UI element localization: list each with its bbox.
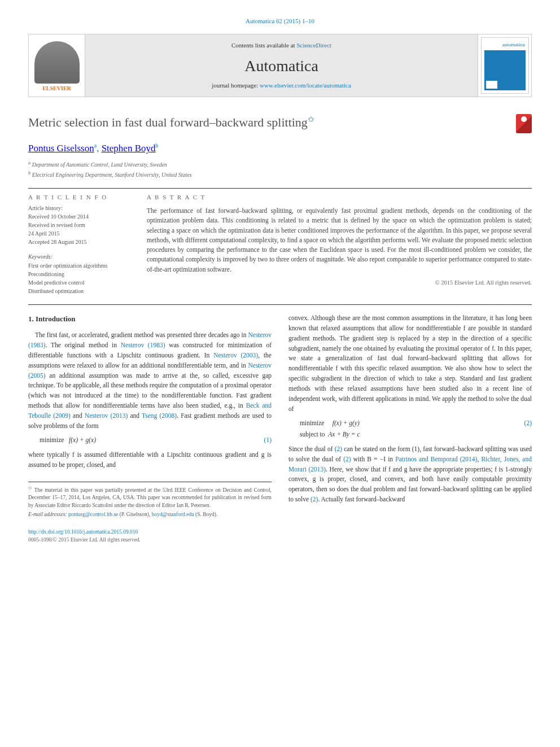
title-row: Metric selection in fast dual forward–ba… [28, 114, 532, 133]
email-2-who: (S. Boyd). [195, 512, 217, 517]
body-columns: 1. Introduction The first fast, or accel… [28, 313, 532, 520]
journal-banner: ELSEVIER Contents lists available at Sci… [28, 34, 532, 97]
ref-nesterov-2003[interactable]: Nesterov (2003) [213, 352, 258, 359]
equation-1: minimize f(x) + g(x) [28, 435, 96, 445]
p1g: and [128, 412, 142, 419]
abstract-header: A B S T R A C T [147, 193, 532, 202]
col2-p2f: . Actually fast forward–backward [318, 496, 405, 503]
col2-p1: convex. Although these are the most comm… [288, 313, 532, 414]
history-4: Accepted 28 August 2015 [28, 238, 130, 246]
column-right: convex. Although these are the most comm… [288, 313, 532, 520]
keyword-3: Model predictive control [28, 279, 130, 287]
author-1-link[interactable]: Pontus Giselsson [28, 143, 94, 154]
keywords-label: Keywords: [28, 253, 130, 261]
ref-nesterov-2013[interactable]: Nesterov (2013) [85, 412, 128, 419]
col2-p2a: Since the dual of [288, 445, 335, 452]
title-text: Metric selection in fast dual forward–ba… [28, 116, 308, 130]
ref-patrinos[interactable]: Patrinos and Bemporad (2014) [395, 456, 477, 462]
p1a: The first fast, or accelerated, gradient… [28, 331, 248, 338]
author-2-aff: b [155, 143, 158, 149]
email-1[interactable]: pontusg@control.lth.se [68, 512, 118, 517]
column-left: 1. Introduction The first fast, or accel… [28, 313, 272, 520]
equation-2-row1: minimize f(x) + g(y) (2) [288, 418, 532, 429]
history-1: Received 10 October 2014 [28, 213, 130, 221]
journal-name: Automatica [85, 55, 478, 77]
col2-p2c: with B = −I in [351, 456, 396, 462]
eq2-label: minimize [300, 420, 324, 426]
cover-title: automatica [502, 41, 524, 49]
keyword-1: First order optimization algorithms [28, 262, 130, 270]
equation-1-number[interactable]: (1) [264, 435, 272, 445]
equation-2-line1: minimize f(x) + g(y) [288, 418, 360, 429]
section-1-heading: 1. Introduction [28, 313, 272, 325]
eq2-l2-body: Ax + By = c [328, 431, 360, 438]
contents-prefix: Contents lists available at [231, 42, 296, 49]
footnote-1: ✩ The material in this paper was partial… [28, 485, 272, 509]
p1f: and [71, 412, 85, 419]
eq1-label: minimize [40, 436, 64, 443]
ref-tseng[interactable]: Tseng (2008) [142, 412, 177, 419]
info-abstract-row: A R T I C L E I N F O Article history: R… [28, 193, 532, 296]
divider-bottom [28, 304, 532, 305]
aff-b-text: Electrical Engineering Department, Stanf… [32, 172, 192, 178]
p2: where typically f is assumed differentia… [28, 450, 272, 470]
equation-2-line2: subject to Ax + By = c [288, 430, 360, 440]
abstract-copyright: © 2015 Elsevier Ltd. All rights reserved… [147, 279, 532, 287]
eq1-body: f(x) + g(x) [69, 436, 96, 443]
history-2: Received in revised form [28, 221, 130, 229]
journal-cover[interactable]: automatica [478, 34, 531, 97]
article-info-header: A R T I C L E I N F O [28, 193, 130, 202]
ref-eq2-c[interactable]: (2) [310, 496, 318, 503]
eq2-l1-body: f(x) + g(y) [333, 420, 360, 426]
elsevier-text: ELSEVIER [42, 85, 71, 93]
copyright-bottom: 0005-1098/© 2015 Elsevier Ltd. All right… [28, 536, 532, 544]
footnotes: ✩ The material in this paper was partial… [28, 482, 272, 518]
equation-1-row: minimize f(x) + g(x) (1) [28, 435, 272, 445]
elsevier-logo[interactable]: ELSEVIER [29, 34, 85, 97]
affiliation-a: a Department of Automatic Control, Lund … [28, 160, 532, 169]
abstract-text: The performance of fast forward–backward… [147, 206, 532, 274]
elsevier-tree-icon [34, 41, 80, 84]
sciencedirect-link[interactable]: ScienceDirect [296, 42, 331, 49]
email-1-who: (P. Giselsson), [118, 512, 151, 517]
footnote-emails: E-mail addresses: pontusg@control.lth.se… [28, 511, 272, 518]
doi-row: http://dx.doi.org/10.1016/j.automatica.2… [28, 528, 532, 536]
banner-middle: Contents lists available at ScienceDirec… [85, 34, 478, 97]
email-label: E-mail addresses: [28, 512, 67, 517]
cover-ifac-badge [486, 81, 497, 89]
history-label: Article history: [28, 204, 130, 212]
author-1-aff: a [94, 143, 97, 149]
affiliation-b: b Electrical Engineering Department, Sta… [28, 170, 532, 179]
homepage-prefix: journal homepage: [212, 82, 260, 89]
equation-2-row2: subject to Ax + By = c [288, 430, 532, 440]
history-3: 24 April 2015 [28, 230, 130, 238]
homepage-line: journal homepage: www.elsevier.com/locat… [85, 81, 478, 90]
title-footnote-star[interactable]: ✩ [308, 115, 314, 124]
email-2[interactable]: boyd@stanford.edu [152, 512, 194, 517]
article-title: Metric selection in fast dual forward–ba… [28, 114, 314, 132]
aff-a-text: Department of Automatic Control, Lund Un… [32, 161, 167, 168]
footnote-1-text: The material in this paper was partially… [28, 487, 272, 508]
p1b: . The original method in [46, 342, 121, 348]
crossmark-icon[interactable] [516, 114, 532, 133]
keyword-2: Preconditioning [28, 270, 130, 278]
ref-eq2-b[interactable]: (2) [343, 456, 351, 462]
authors: Pontus Giselssona, Stephen Boydb [28, 142, 532, 155]
eq2-l2-label: subject to [300, 431, 325, 438]
citation-header: Automatica 62 (2015) 1–10 [28, 17, 532, 25]
footnote-star-icon: ✩ [28, 486, 32, 491]
p1e: an additional assumption was made to arr… [28, 372, 272, 409]
ref-eq2-a[interactable]: (2) [335, 445, 342, 452]
divider-top [28, 188, 532, 189]
article-info: A R T I C L E I N F O Article history: R… [28, 193, 130, 296]
equation-2-number[interactable]: (2) [524, 418, 532, 429]
homepage-link[interactable]: www.elsevier.com/locate/automatica [260, 82, 351, 89]
ref-nesterov-1983b[interactable]: Nesterov (1983) [121, 342, 165, 348]
keyword-4: Distributed optimization [28, 287, 130, 295]
author-2-link[interactable]: Stephen Boyd [102, 143, 156, 154]
doi-link[interactable]: http://dx.doi.org/10.1016/j.automatica.2… [28, 529, 138, 535]
abstract-column: A B S T R A C T The performance of fast … [147, 193, 532, 296]
contents-line: Contents lists available at ScienceDirec… [85, 41, 478, 50]
